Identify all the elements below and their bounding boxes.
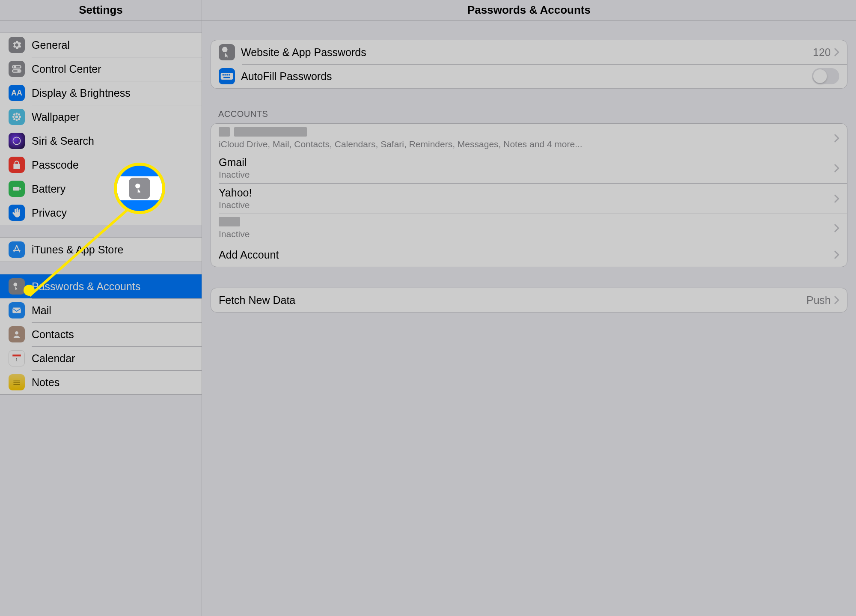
account-row-icloud[interactable]: iCloud Drive, Mail, Contacts, Calendars,… <box>211 124 847 153</box>
row-website-passwords[interactable]: Website & App Passwords 120 <box>211 40 847 64</box>
label: Website & App Passwords <box>241 46 813 59</box>
sidebar-title: Settings <box>0 0 202 21</box>
autofill-toggle[interactable] <box>812 68 839 84</box>
account-title: Yahoo! <box>219 187 834 199</box>
account-subtitle: Inactive <box>219 170 834 180</box>
label: Display & Brightness <box>32 87 131 99</box>
svg-point-16 <box>13 283 17 286</box>
contacts-icon <box>9 326 25 342</box>
sidebar-item-control-center[interactable]: Control Center <box>0 57 202 81</box>
svg-point-3 <box>18 70 19 71</box>
account-row-other[interactable]: Inactive <box>211 214 847 243</box>
settings-sidebar: Settings General Control Center <box>0 0 202 616</box>
svg-point-25 <box>222 47 228 52</box>
detail-title: Passwords & Accounts <box>202 0 856 21</box>
appstore-icon <box>9 241 25 258</box>
accounts-group: iCloud Drive, Mail, Contacts, Calendars,… <box>211 123 847 267</box>
aa-icon: AA <box>9 85 25 101</box>
account-subtitle: Inactive <box>219 200 834 210</box>
label: Siri & Search <box>32 135 94 147</box>
hand-icon <box>9 205 25 221</box>
accounts-section-header: ACCOUNTS <box>211 89 847 123</box>
svg-point-13 <box>13 137 20 144</box>
sidebar-item-wallpaper[interactable]: Wallpaper <box>0 105 202 129</box>
label: Calendar <box>32 352 75 365</box>
svg-point-5 <box>16 113 18 115</box>
calendar-icon: 1 <box>9 350 25 366</box>
chevron-right-icon <box>834 134 839 143</box>
svg-text:1: 1 <box>15 357 18 362</box>
chevron-right-icon <box>834 224 839 232</box>
svg-point-6 <box>16 119 18 121</box>
account-row-gmail[interactable]: Gmail Inactive <box>211 153 847 183</box>
sidebar-group-device: General Control Center AA Display & Brig… <box>0 33 202 225</box>
sidebar-item-calendar[interactable]: 1 Calendar <box>0 346 202 370</box>
sidebar-item-privacy[interactable]: Privacy <box>0 201 202 225</box>
svg-rect-15 <box>20 188 21 190</box>
detail-scroll[interactable]: Website & App Passwords 120 AutoFill Pas… <box>202 21 856 616</box>
label: Privacy <box>32 207 67 219</box>
account-title-redacted <box>219 127 834 138</box>
sidebar-item-siri[interactable]: Siri & Search <box>0 129 202 153</box>
svg-point-9 <box>13 113 15 116</box>
label: Wallpaper <box>32 111 80 123</box>
account-title: Gmail <box>219 156 834 169</box>
fetch-value: Push <box>806 294 831 307</box>
sidebar-item-notes[interactable]: Notes <box>0 370 202 394</box>
account-title-redacted <box>219 217 834 228</box>
sidebar-item-general[interactable]: General <box>0 33 202 57</box>
label: Passwords & Accounts <box>32 280 140 293</box>
battery-icon <box>9 181 25 197</box>
label: Add Account <box>219 249 834 261</box>
chevron-right-icon <box>834 48 839 57</box>
label: iTunes & App Store <box>32 244 123 256</box>
svg-point-11 <box>13 118 15 120</box>
svg-rect-27 <box>223 74 224 75</box>
svg-point-1 <box>14 66 15 67</box>
account-row-yahoo[interactable]: Yahoo! Inactive <box>211 183 847 214</box>
svg-point-4 <box>15 116 18 119</box>
sidebar-item-appstore[interactable]: iTunes & App Store <box>0 238 202 262</box>
row-add-account[interactable]: Add Account <box>211 243 847 267</box>
label: Control Center <box>32 63 101 75</box>
svg-point-7 <box>12 116 15 118</box>
passwords-group: Website & App Passwords 120 AutoFill Pas… <box>211 40 847 89</box>
mail-icon <box>9 302 25 318</box>
label: Mail <box>32 304 51 317</box>
row-autofill-passwords[interactable]: AutoFill Passwords <box>211 64 847 88</box>
key-icon <box>9 278 25 295</box>
label: Notes <box>32 376 59 389</box>
svg-rect-26 <box>221 73 233 80</box>
flower-icon <box>9 109 25 125</box>
chevron-right-icon <box>834 296 839 304</box>
label: Contacts <box>32 328 74 341</box>
notes-icon <box>9 374 25 390</box>
svg-rect-30 <box>229 74 230 75</box>
sidebar-item-passcode[interactable]: Passcode <box>0 153 202 177</box>
svg-point-12 <box>18 118 20 120</box>
sidebar-item-passwords-accounts[interactable]: Passwords & Accounts <box>0 274 202 298</box>
label: Passcode <box>32 159 79 171</box>
sidebar-item-contacts[interactable]: Contacts <box>0 322 202 346</box>
svg-rect-14 <box>13 187 19 191</box>
label: AutoFill Passwords <box>241 70 812 83</box>
sidebar-scroll[interactable]: General Control Center AA Display & Brig… <box>0 21 202 616</box>
sidebar-item-display[interactable]: AA Display & Brightness <box>0 81 202 105</box>
website-passwords-count: 120 <box>813 46 831 59</box>
key-icon <box>219 44 235 60</box>
sidebar-item-mail[interactable]: Mail <box>0 298 202 322</box>
sidebar-item-battery[interactable]: Battery <box>0 177 202 201</box>
svg-rect-28 <box>224 74 226 75</box>
svg-point-10 <box>18 113 20 116</box>
sidebar-group-accounts: Passwords & Accounts Mail Contacts <box>0 274 202 395</box>
label: General <box>32 39 70 51</box>
siri-icon <box>9 133 25 149</box>
account-subtitle: iCloud Drive, Mail, Contacts, Calendars,… <box>219 139 834 149</box>
label: Fetch New Data <box>219 294 806 307</box>
svg-rect-29 <box>226 74 228 75</box>
switches-icon <box>9 61 25 77</box>
svg-point-8 <box>19 116 21 118</box>
settings-app: Settings General Control Center <box>0 0 856 616</box>
row-fetch-new-data[interactable]: Fetch New Data Push <box>211 288 847 312</box>
sidebar-group-store: iTunes & App Store <box>0 237 202 262</box>
